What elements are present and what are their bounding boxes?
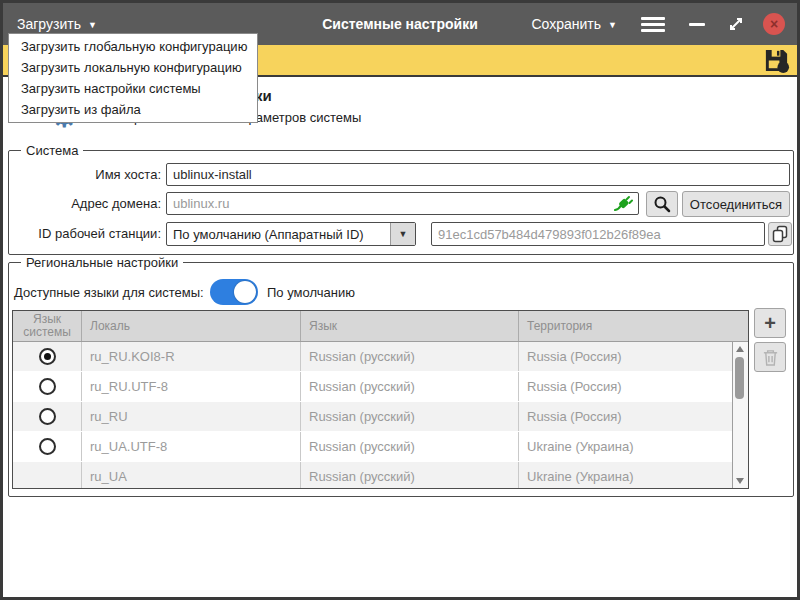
close-button[interactable]: × [763, 13, 785, 35]
system-group: Система Имя хоста: Адрес домена: [8, 150, 794, 255]
menu-item-load-system-settings[interactable]: Загрузить настройки системы [9, 78, 257, 99]
close-icon: × [770, 16, 778, 32]
disconnect-button[interactable]: Отсоединиться [682, 191, 790, 217]
load-menu-label: Загрузить [17, 16, 81, 32]
search-icon [653, 195, 671, 213]
chevron-down-icon[interactable]: ▼ [390, 223, 415, 245]
station-id-selected-option: По умолчанию (Аппаратный ID) [167, 223, 390, 245]
cell-language: Russian (русский) [301, 462, 519, 488]
main-content: ⚙ ⚙ Системные настройки Настройка основн… [3, 77, 797, 596]
save-menu-button[interactable]: Сохранить ▼ [532, 16, 618, 32]
maximize-icon [727, 15, 745, 33]
station-id-select[interactable]: По умолчанию (Аппаратный ID) ▼ [166, 222, 416, 246]
load-menu-button[interactable]: Загрузить ▼ [17, 16, 97, 32]
cell-language: Russian (русский) [301, 342, 519, 371]
copy-button[interactable] [768, 222, 792, 246]
copy-icon [772, 225, 788, 243]
column-header-system-language: Язык системы [13, 311, 82, 341]
available-languages-label: Доступные языки для системы: [14, 285, 204, 300]
plug-connected-icon [613, 195, 633, 216]
column-header-language: Язык [301, 311, 519, 341]
locales-table: Язык системы Локаль Язык Территория ru_R… [12, 310, 749, 489]
column-header-locale: Локаль [82, 311, 301, 341]
station-id-label: ID рабочей станции: [13, 226, 161, 242]
menu-item-load-local-config[interactable]: Загрузить локальную конфигурацию [9, 57, 257, 78]
cell-locale: ru_RU.UTF-8 [82, 372, 301, 401]
cell-territory: Russia (Россия) [519, 402, 732, 431]
load-dropdown-menu: Загрузить глобальную конфигурацию Загруз… [8, 33, 258, 123]
scroll-up-icon[interactable] [736, 346, 744, 352]
cell-language: Russian (русский) [301, 432, 519, 461]
table-row[interactable]: ru_RU.UTF-8 Russian (русский) Russia (Ро… [13, 372, 732, 402]
save-to-file-button[interactable] [763, 47, 790, 78]
cell-language: Russian (русский) [301, 402, 519, 431]
column-header-territory: Территория [519, 311, 732, 341]
save-menu-label: Сохранить [532, 16, 602, 32]
cell-territory: Ukraine (Украина) [519, 462, 732, 488]
regional-group: Региональные настройки Доступные языки д… [8, 262, 794, 497]
menu-item-load-global-config[interactable]: Загрузить глобальную конфигурацию [9, 36, 257, 57]
scroll-down-icon[interactable] [736, 478, 744, 484]
cell-locale: ru_RU.KOI8-R [82, 342, 301, 371]
table-row[interactable]: ru_UA Russian (русский) Ukraine (Украина… [13, 462, 732, 488]
minimize-button[interactable] [689, 15, 707, 33]
toggle-state-label: По умолчанию [267, 285, 355, 300]
cell-locale: ru_UA.UTF-8 [82, 432, 301, 461]
table-body: ru_RU.KOI8-R Russian (русский) Russia (Р… [13, 342, 732, 488]
language-radio[interactable] [39, 378, 56, 395]
cell-territory: Ukraine (Украина) [519, 432, 732, 461]
scrollbar-thumb[interactable] [735, 357, 744, 399]
cell-territory: Russia (Россия) [519, 342, 732, 371]
floppy-disk-icon [763, 47, 790, 74]
maximize-button[interactable] [727, 15, 745, 33]
disconnect-button-label: Отсоединиться [690, 197, 782, 212]
domain-label: Адрес домена: [13, 196, 161, 212]
table-header: Язык системы Локаль Язык Территория [13, 311, 748, 342]
table-row[interactable]: ru_UA.UTF-8 Russian (русский) Ukraine (У… [13, 432, 732, 462]
add-locale-button[interactable]: + [754, 308, 786, 338]
chevron-down-icon: ▼ [608, 21, 617, 30]
regional-group-legend: Региональные настройки [21, 255, 183, 270]
language-radio[interactable] [39, 438, 56, 455]
languages-toggle[interactable] [210, 279, 258, 305]
cell-locale: ru_UA [82, 462, 301, 488]
trash-icon [762, 348, 779, 367]
delete-locale-button[interactable] [754, 342, 786, 372]
plus-icon: + [764, 313, 776, 333]
minimize-icon [689, 23, 705, 26]
language-radio[interactable] [39, 408, 56, 425]
table-row[interactable]: ru_RU Russian (русский) Russia (Россия) [13, 402, 732, 432]
toggle-knob [234, 281, 256, 303]
hostname-label: Имя хоста: [13, 167, 161, 183]
table-scrollbar[interactable] [732, 342, 748, 488]
titlebar-controls: Сохранить ▼ × [532, 13, 786, 35]
cell-territory: Russia (Россия) [519, 372, 732, 401]
menu-icon[interactable] [641, 17, 665, 32]
station-id-value-input[interactable] [431, 222, 765, 246]
search-button[interactable] [646, 191, 678, 217]
system-settings-window: Загрузить ▼ Системные настройки Сохранит… [0, 0, 800, 600]
hostname-input[interactable] [166, 163, 790, 186]
table-row[interactable]: ru_RU.KOI8-R Russian (русский) Russia (Р… [13, 342, 732, 372]
domain-input[interactable] [166, 192, 639, 215]
menu-item-load-from-file[interactable]: Загрузить из файла [9, 99, 257, 120]
chevron-down-icon: ▼ [88, 21, 97, 30]
domain-field [166, 192, 639, 215]
system-group-legend: Система [21, 143, 83, 158]
cell-language: Russian (русский) [301, 372, 519, 401]
cell-locale: ru_RU [82, 402, 301, 431]
language-radio[interactable] [39, 348, 56, 365]
